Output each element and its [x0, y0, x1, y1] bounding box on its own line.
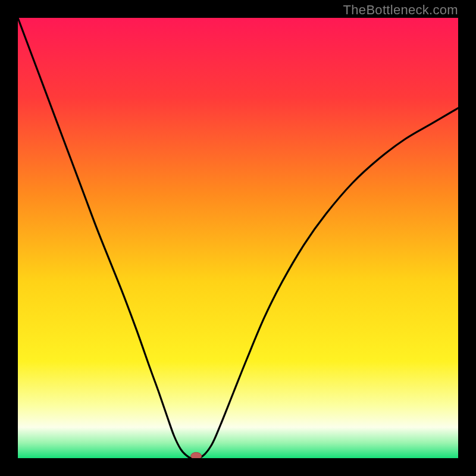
- plot-area: [18, 18, 458, 458]
- optimal-point-marker: [191, 452, 202, 458]
- watermark-text: TheBottleneck.com: [343, 2, 458, 18]
- chart-svg: [18, 18, 458, 458]
- gradient-background: [18, 18, 458, 458]
- chart-frame: TheBottleneck.com: [0, 0, 476, 476]
